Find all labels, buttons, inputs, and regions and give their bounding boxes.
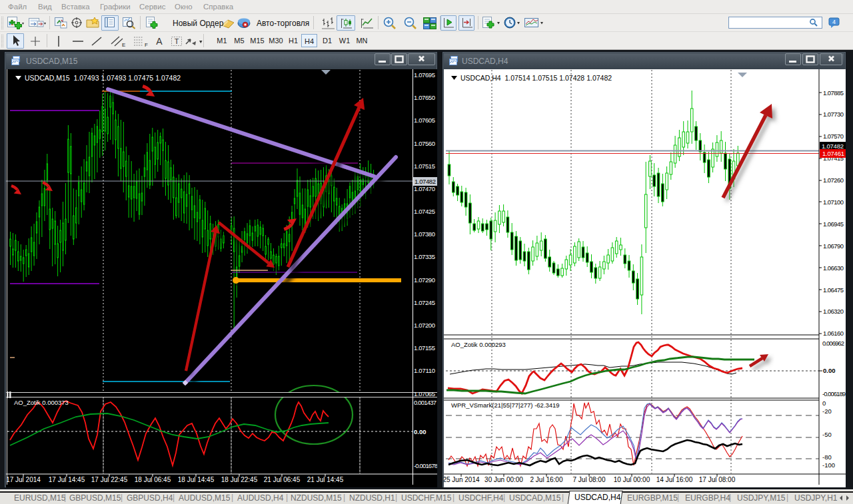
svg-text:14 Jul 16:00: 14 Jul 16:00 (656, 476, 693, 483)
svg-text:0.001437: 0.001437 (414, 399, 436, 406)
svg-text:1.07650: 1.07650 (414, 94, 435, 101)
svg-text:4: 4 (832, 19, 836, 25)
svg-text:AO_Zotik 0.000293: AO_Zotik 0.000293 (451, 341, 506, 348)
svg-text:17 Jul 2014: 17 Jul 2014 (6, 476, 41, 483)
svg-text:1.07730: 1.07730 (823, 111, 844, 118)
svg-text:-0.001678: -0.001678 (414, 462, 437, 469)
svg-text:1.07470: 1.07470 (414, 185, 435, 192)
svg-text:1.07482: 1.07482 (415, 178, 436, 185)
svg-text:1.07100: 1.07100 (823, 198, 844, 206)
svg-text:1.07560: 1.07560 (414, 140, 435, 147)
svg-text:-0.006189: -0.006189 (822, 390, 846, 397)
svg-text:1.07380: 1.07380 (414, 230, 435, 238)
svg-text:21 Jul 14:45: 21 Jul 14:45 (307, 476, 344, 483)
svg-text:1.07605: 1.07605 (414, 117, 435, 124)
svg-text:1.07885: 1.07885 (823, 89, 844, 97)
svg-text:-80: -80 (822, 453, 832, 461)
svg-text:0: 0 (822, 399, 826, 407)
svg-text:17 Jul 08:00: 17 Jul 08:00 (699, 476, 736, 483)
svg-text:1.07200: 1.07200 (414, 322, 435, 329)
svg-text:1.07245: 1.07245 (414, 299, 435, 306)
svg-text:1.06160: 1.06160 (823, 330, 844, 337)
svg-text:1.07155: 1.07155 (414, 344, 435, 352)
svg-text:10 Jul 00:00: 10 Jul 00:00 (614, 476, 650, 483)
svg-text:17 Jul 22:45: 17 Jul 22:45 (91, 476, 128, 483)
svg-text:7 Jul 08:00: 7 Jul 08:00 (573, 476, 606, 483)
svg-text:1.07290: 1.07290 (414, 276, 435, 284)
svg-text:E: E (122, 42, 125, 48)
svg-text:0.006962: 0.006962 (822, 340, 844, 347)
svg-text:18 Jul 14:45: 18 Jul 14:45 (178, 476, 215, 483)
svg-text:1.06790: 1.06790 (823, 242, 844, 250)
svg-text:0.00: 0.00 (414, 428, 426, 435)
svg-text:T: T (175, 37, 179, 45)
svg-text:1.06945: 1.06945 (823, 220, 844, 228)
svg-text:2 Jul 16:00: 2 Jul 16:00 (530, 476, 563, 483)
svg-text:30 Jun 00:00: 30 Jun 00:00 (484, 476, 523, 483)
svg-text:25 Jun 2014: 25 Jun 2014 (444, 476, 480, 483)
svg-text:1.07461: 1.07461 (822, 150, 844, 157)
svg-text:21 Jul 06:45: 21 Jul 06:45 (264, 476, 301, 483)
svg-text:-100: -100 (822, 461, 835, 469)
svg-text:18 Jul 06:45: 18 Jul 06:45 (135, 476, 171, 483)
svg-text:F: F (145, 42, 148, 48)
svg-text:1.07260: 1.07260 (823, 176, 844, 184)
svg-text:USDCAD,H4 1.07514 1.07515 1.0: USDCAD,H4 1.07514 1.07515 1.07428 1.0748… (460, 74, 612, 82)
svg-text:1.07065: 1.07065 (414, 390, 435, 397)
svg-text:1.07695: 1.07695 (414, 71, 435, 79)
svg-text:-20: -20 (822, 407, 832, 415)
svg-text:1.07425: 1.07425 (414, 208, 435, 215)
svg-text:0.00: 0.00 (823, 367, 836, 374)
svg-text:AO_Zotik 0.000373: AO_Zotik 0.000373 (14, 399, 69, 406)
svg-text:1.07335: 1.07335 (414, 253, 435, 260)
svg-text:17 Jul 14:45: 17 Jul 14:45 (49, 476, 85, 483)
svg-text:1.06320: 1.06320 (823, 308, 844, 315)
svg-text:USDCAD,M15 1.07493 1.07493 1.: USDCAD,M15 1.07493 1.07493 1.07475 1.074… (25, 74, 181, 82)
svg-text:1.07482: 1.07482 (822, 142, 844, 150)
svg-text:18 Jul 22:45: 18 Jul 22:45 (221, 476, 258, 483)
svg-text:WPR_VSmark(21|55|77|277) -62.3: WPR_VSmark(21|55|77|277) -62.3419 (451, 401, 560, 409)
svg-text:1.07570: 1.07570 (823, 132, 844, 140)
svg-text:A: A (156, 36, 163, 47)
svg-text:-50: -50 (822, 431, 832, 438)
svg-text:1.07110: 1.07110 (414, 367, 435, 374)
svg-text:1.06475: 1.06475 (823, 286, 844, 294)
svg-text:1.06630: 1.06630 (823, 264, 844, 272)
svg-text:1.07515: 1.07515 (414, 162, 435, 170)
